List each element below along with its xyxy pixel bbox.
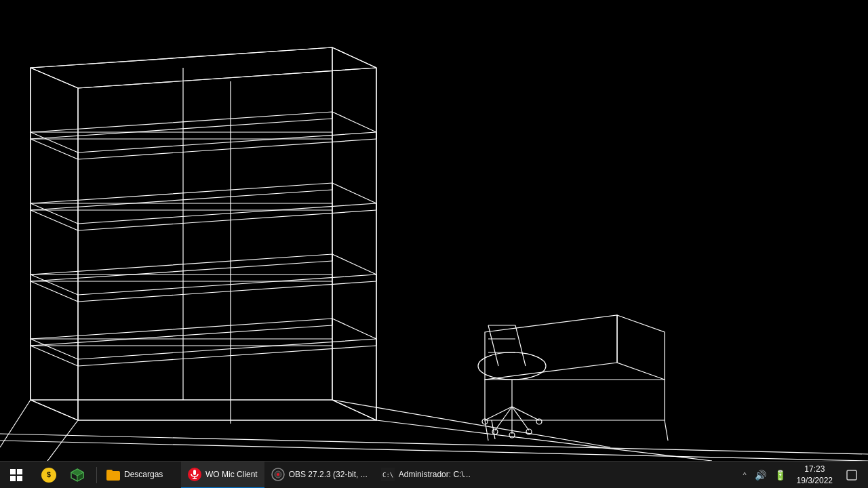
svg-line-50 — [0, 400, 31, 447]
tray-expand-button[interactable]: ^ — [740, 470, 749, 481]
taskbar-app-wo-mic-label: WO Mic Client — [205, 470, 258, 479]
taskbar-app-obs-label: OBS 27.2.3 (32-bit, ... — [289, 470, 368, 479]
taskbar-app-cmd-label: Administrador: C:\... — [399, 470, 471, 479]
svg-point-73 — [536, 419, 542, 424]
svg-line-6 — [31, 47, 332, 68]
svg-line-51 — [47, 420, 78, 461]
svg-point-91 — [277, 473, 279, 476]
svg-line-58 — [665, 420, 668, 441]
obs-icon — [271, 468, 285, 481]
taskbar-app-descargas-label: Descargas — [124, 470, 163, 479]
svg-marker-2 — [332, 47, 376, 420]
system-tray: ^ 🔊 🔋 17:23 19/3/2022 — [734, 462, 868, 489]
system-clock[interactable]: 17:23 19/3/2022 — [791, 462, 838, 489]
cube-icon — [70, 468, 85, 483]
tray-volume-icon[interactable]: 🔊 — [752, 468, 769, 482]
taskbar-app-descargas[interactable]: Descargas — [100, 462, 181, 489]
svg-line-52 — [332, 400, 610, 447]
notification-center-button[interactable] — [841, 462, 863, 489]
folder-icon — [106, 468, 120, 481]
tray-battery-icon[interactable]: 🔋 — [772, 468, 789, 482]
taskbar: $ Descargas — [0, 461, 868, 488]
taskbar-pinned-icons: $ — [33, 462, 94, 489]
mic-icon — [188, 468, 201, 481]
svg-rect-85 — [106, 470, 113, 472]
taskbar-app-wo-mic[interactable]: WO Mic Client — [181, 462, 264, 489]
desktop — [0, 0, 868, 461]
svg-marker-0 — [31, 400, 376, 420]
clock-date: 19/3/2022 — [797, 475, 833, 487]
svg-line-68 — [512, 407, 539, 420]
taskbar-app-obs[interactable]: OBS 27.2.3 (32-bit, ... — [264, 462, 374, 489]
svg-rect-86 — [193, 470, 196, 475]
taskbar-apps: Descargas WO Mic Client — [100, 462, 734, 489]
svg-rect-84 — [106, 471, 120, 481]
taskbar-separator — [96, 467, 97, 483]
clock-time: 17:23 — [804, 464, 825, 475]
svg-line-67 — [485, 407, 512, 420]
start-button[interactable] — [0, 462, 33, 489]
taskbar-coin-icon[interactable]: $ — [35, 462, 62, 489]
cmd-icon: C:\ — [381, 468, 395, 481]
svg-marker-1 — [31, 68, 78, 420]
svg-marker-3 — [31, 47, 376, 88]
svg-rect-94 — [847, 470, 856, 480]
svg-point-60 — [478, 352, 546, 380]
svg-marker-55 — [617, 315, 665, 380]
svg-line-4 — [78, 68, 376, 88]
svg-text:C:\: C:\ — [382, 472, 393, 479]
coin-icon: $ — [41, 468, 56, 483]
svg-line-62 — [515, 325, 526, 366]
taskbar-app-cmd[interactable]: C:\ Administrador: C:\... — [374, 462, 477, 489]
taskbar-block-icon[interactable] — [64, 462, 91, 489]
svg-line-53 — [376, 420, 712, 461]
windows-logo-icon — [10, 469, 22, 481]
svg-line-70 — [512, 407, 529, 430]
svg-line-69 — [495, 407, 512, 430]
svg-marker-54 — [485, 315, 617, 380]
